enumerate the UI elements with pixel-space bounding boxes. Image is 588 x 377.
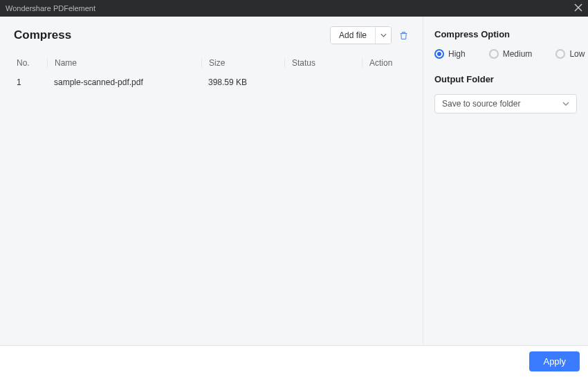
table-row[interactable]: 1 sample-scanned-pdf.pdf 398.59 KB	[14, 72, 409, 93]
add-file-group: Add file	[330, 26, 392, 44]
cell-action	[362, 77, 409, 87]
radio-icon	[489, 49, 499, 59]
radio-icon	[555, 49, 565, 59]
radio-medium[interactable]: Medium	[489, 49, 533, 59]
col-header-action: Action	[362, 58, 409, 68]
cell-no: 1	[14, 77, 47, 87]
app-name: Wondershare PDFelement	[6, 4, 95, 12]
radio-icon	[434, 49, 444, 59]
radio-low[interactable]: Low	[555, 49, 585, 59]
titlebar: Wondershare PDFelement	[0, 0, 588, 17]
apply-button[interactable]: Apply	[529, 351, 580, 371]
col-header-no: No.	[14, 58, 47, 68]
right-panel: Compress Option High Medium Low Output F…	[423, 17, 588, 345]
content: Compress Add file No. Name Size Sta	[0, 17, 588, 345]
select-value: Save to source folder	[442, 99, 520, 109]
trash-icon	[398, 30, 409, 41]
radio-high[interactable]: High	[434, 49, 466, 59]
page-title: Compress	[14, 28, 71, 42]
radio-label: Medium	[503, 49, 533, 59]
output-folder-title: Output Folder	[434, 74, 577, 84]
left-header: Compress Add file	[14, 26, 409, 44]
cell-status	[284, 77, 362, 87]
cell-name: sample-scanned-pdf.pdf	[47, 77, 201, 87]
table-header: No. Name Size Status Action	[14, 54, 409, 72]
left-panel: Compress Add file No. Name Size Sta	[0, 17, 423, 345]
col-header-size: Size	[201, 58, 284, 68]
compress-option-title: Compress Option	[434, 29, 577, 39]
output-folder-select[interactable]: Save to source folder	[434, 94, 577, 113]
compress-level-group: High Medium Low	[434, 49, 577, 59]
delete-button[interactable]	[398, 30, 409, 41]
radio-label: High	[448, 49, 466, 59]
chevron-down-icon	[380, 33, 387, 37]
left-controls: Add file	[330, 26, 409, 44]
col-header-status: Status	[284, 58, 362, 68]
col-header-name: Name	[47, 58, 201, 68]
add-file-button[interactable]: Add file	[331, 27, 376, 44]
chevron-down-icon	[562, 102, 569, 106]
radio-label: Low	[569, 49, 585, 59]
footer: Apply	[0, 345, 588, 377]
close-icon[interactable]	[574, 3, 582, 14]
add-file-dropdown[interactable]	[376, 27, 391, 44]
cell-size: 398.59 KB	[201, 77, 284, 87]
